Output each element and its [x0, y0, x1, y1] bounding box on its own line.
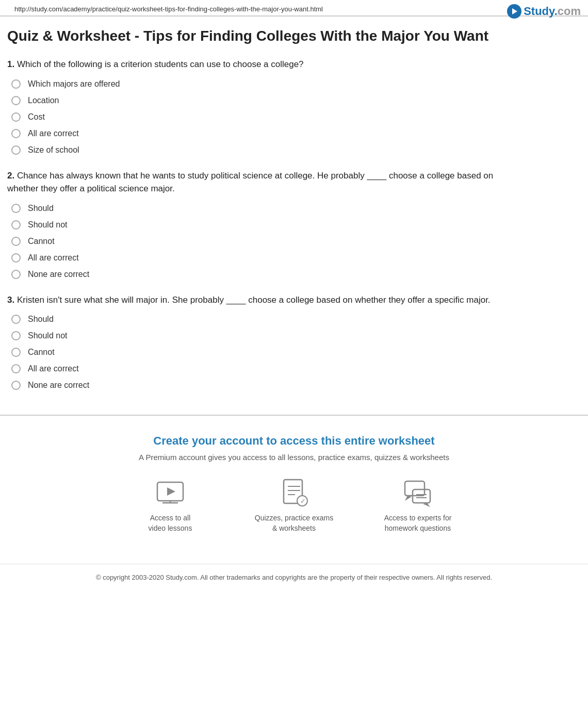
list-item[interactable]: All are correct: [11, 364, 498, 373]
option-label: Location: [28, 96, 59, 105]
option-label: Should not: [28, 331, 68, 340]
question-1-body: Which of the following is a criterion st…: [17, 59, 304, 69]
logo-study: Study: [524, 5, 554, 18]
list-item[interactable]: All are correct: [11, 253, 498, 263]
svg-rect-10: [405, 481, 424, 496]
option-label: All are correct: [28, 364, 79, 373]
cta-title: Create your account to access this entir…: [7, 434, 581, 448]
question-3-body: Kristen isn't sure what she will major i…: [17, 295, 491, 305]
option-label: None are correct: [28, 381, 89, 390]
question-2: 2. Chance has always known that he wants…: [7, 169, 498, 279]
list-item[interactable]: Which majors are offered: [11, 79, 498, 89]
expert-label: Access to experts forhomework questions: [384, 513, 452, 533]
radio-button[interactable]: [11, 112, 21, 122]
option-label: Cannot: [28, 237, 55, 246]
list-item[interactable]: Location: [11, 96, 498, 105]
option-label: Should: [28, 315, 54, 324]
feature-quiz: ✓ Quizzes, practice exams& worksheets: [253, 477, 335, 533]
radio-button[interactable]: [11, 253, 21, 263]
option-label: None are correct: [28, 270, 89, 279]
option-label: All are correct: [28, 129, 79, 138]
list-item[interactable]: Size of school: [11, 145, 498, 155]
logo-com: com: [558, 5, 581, 18]
url-bar: http://study.com/academy/practice/quiz-w…: [7, 1, 330, 17]
question-1-text: 1. Which of the following is a criterion…: [7, 58, 498, 71]
quiz-label: Quizzes, practice exams& worksheets: [255, 513, 334, 533]
question-1-number: 1.: [7, 59, 14, 69]
radio-button[interactable]: [11, 145, 21, 155]
question-1-options: Which majors are offered Location Cost A…: [7, 79, 498, 155]
radio-button[interactable]: [11, 348, 21, 357]
radio-button[interactable]: [11, 381, 21, 390]
list-item[interactable]: Should not: [11, 331, 498, 340]
list-item[interactable]: None are correct: [11, 381, 498, 390]
radio-button[interactable]: [11, 129, 21, 138]
feature-video: Access to allvideo lessons: [129, 477, 211, 533]
logo-text: Study.com: [524, 5, 581, 18]
option-label: Cannot: [28, 348, 55, 357]
radio-button[interactable]: [11, 237, 21, 246]
radio-button[interactable]: [11, 96, 21, 105]
radio-button[interactable]: [11, 270, 21, 279]
question-3-options: Should Should not Cannot All are correct…: [7, 315, 498, 390]
question-3: 3. Kristen isn't sure what she will majo…: [7, 293, 498, 390]
option-label: Which majors are offered: [28, 79, 120, 89]
list-item[interactable]: None are correct: [11, 270, 498, 279]
list-item[interactable]: Cost: [11, 112, 498, 122]
video-label: Access to allvideo lessons: [149, 513, 192, 533]
feature-expert: Access to experts forhomework questions: [377, 477, 459, 533]
list-item[interactable]: Should: [11, 315, 498, 324]
svg-marker-11: [405, 496, 412, 501]
cta-subtitle: A Premium account gives you access to al…: [7, 453, 581, 462]
question-2-options: Should Should not Cannot All are correct…: [7, 204, 498, 279]
expert-icon: [402, 477, 433, 508]
option-label: Size of school: [28, 145, 79, 155]
list-item[interactable]: Should not: [11, 220, 498, 230]
radio-button[interactable]: [11, 220, 21, 230]
option-label: Should: [28, 204, 54, 213]
question-3-text: 3. Kristen isn't sure what she will majo…: [7, 293, 498, 307]
cta-section: Create your account to access this entir…: [0, 415, 588, 563]
main-content: Quiz & Worksheet - Tips for Finding Coll…: [0, 17, 505, 415]
option-label: All are correct: [28, 253, 79, 263]
question-2-number: 2.: [7, 171, 14, 181]
svg-marker-1: [167, 487, 175, 496]
question-1: 1. Which of the following is a criterion…: [7, 58, 498, 155]
header-bar: http://study.com/academy/practice/quiz-w…: [0, 0, 588, 17]
question-3-number: 3.: [7, 295, 14, 305]
list-item[interactable]: Cannot: [11, 348, 498, 357]
play-icon: [512, 8, 517, 14]
list-item[interactable]: Should: [11, 204, 498, 213]
question-2-body: Chance has always known that he wants to…: [7, 171, 493, 194]
page-title: Quiz & Worksheet - Tips for Finding Coll…: [7, 27, 498, 45]
radio-button[interactable]: [11, 79, 21, 89]
logo-area: Study.com: [507, 4, 581, 19]
radio-button[interactable]: [11, 364, 21, 373]
svg-text:✓: ✓: [300, 497, 306, 505]
list-item[interactable]: Cannot: [11, 237, 498, 246]
footer: © copyright 2003-2020 Study.com. All oth…: [0, 564, 588, 591]
radio-button[interactable]: [11, 315, 21, 324]
option-label: Cost: [28, 112, 45, 122]
question-2-text: 2. Chance has always known that he wants…: [7, 169, 498, 195]
quiz-icon: ✓: [279, 477, 309, 508]
radio-button[interactable]: [11, 331, 21, 340]
option-label: Should not: [28, 220, 68, 230]
radio-button[interactable]: [11, 204, 21, 213]
list-item[interactable]: All are correct: [11, 129, 498, 138]
logo-icon: [507, 4, 521, 19]
features-row: Access to allvideo lessons ✓ Quizzes, pr…: [7, 477, 581, 533]
video-icon: [155, 477, 186, 508]
